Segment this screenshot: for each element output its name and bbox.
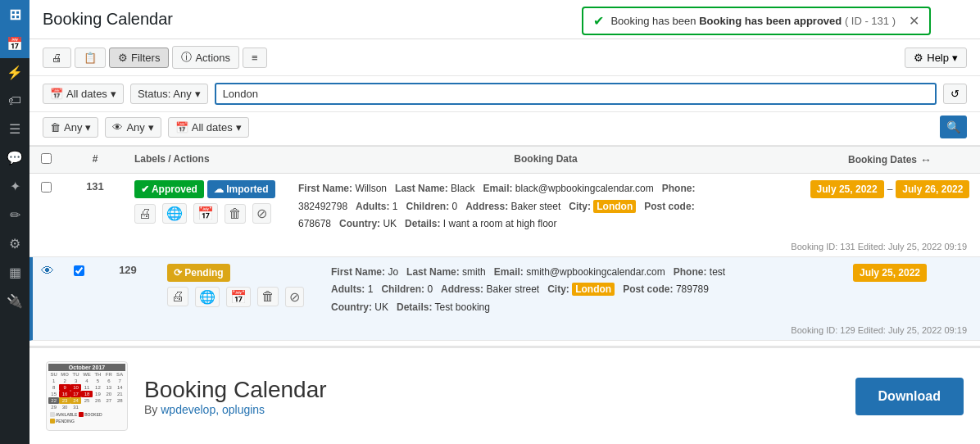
main-content: Booking Calendar ✔ Booking has been Book… (29, 0, 980, 444)
filter-icon: ⚙ (118, 52, 128, 64)
filters-row-2: 🗑 Any ▾ 👁 Any ▾ 📅 All dates ▾ 🔍 (29, 112, 980, 146)
plugin-author-link[interactable]: wpdevelop, oplugins (161, 403, 265, 416)
block-icon-row2[interactable]: ⊘ (285, 287, 304, 307)
print-icon-row2[interactable]: 🖨 (167, 287, 188, 306)
sidebar-item-calendar[interactable]: 📅 (0, 29, 29, 58)
admin-panel: 🖨 📋 ⚙ Filters ⓘ Actions ≡ ⚙ Help ▾ (29, 39, 980, 346)
sidebar-item-settings[interactable]: ⚙ (0, 229, 29, 258)
filters-button[interactable]: ⚙ Filters (109, 48, 169, 68)
print-icon-row1[interactable]: 🖨 (134, 204, 156, 224)
table-header: # Labels / Actions Booking Data Booking … (29, 146, 980, 174)
col-dates-header: Booking Dates ↔ (800, 147, 980, 173)
calendar-icon-row1[interactable]: 📅 (193, 203, 218, 224)
row2-action-icons: 🖨 🌐 📅 🗑 ⊘ (167, 287, 318, 307)
row2-checkbox[interactable] (74, 265, 84, 276)
row1-meta: Booking ID: 131 Edited: July 25, 2022 09… (29, 240, 980, 256)
refresh-icon: ↺ (951, 88, 960, 100)
calendar-icon-2: 📅 (175, 121, 188, 134)
help-button[interactable]: ⚙ Help ▾ (905, 48, 967, 68)
dates2-filter[interactable]: 📅 All dates ▾ (168, 117, 249, 138)
row1-date-end: July 26, 2022 (896, 180, 969, 198)
calendar-icon: 📅 (50, 88, 63, 100)
calendar-icon-row2[interactable]: 📅 (226, 287, 251, 307)
search-icon: 🔍 (946, 120, 960, 134)
col-data-header: Booking Data (292, 147, 800, 173)
plugin-thumbnail: October 2017 SU MO TU WE TH FR SA 1 2 3 … (46, 361, 128, 431)
notification-text: Booking has been Booking has been approv… (610, 15, 896, 27)
trash-icon: 🗑 (50, 121, 61, 134)
row1-checkbox[interactable] (41, 182, 52, 193)
block-icon-row1[interactable]: ⊘ (252, 203, 271, 224)
status-filter[interactable]: Status: Any ▾ (130, 84, 208, 104)
chevron-icon-3: ▾ (236, 121, 242, 134)
chevron-icon-1: ▾ (85, 121, 91, 134)
search-button[interactable]: 🔍 (940, 116, 967, 138)
sliders-icon: ≡ (252, 52, 258, 64)
topbar: Booking Calendar ✔ Booking has been Book… (29, 0, 980, 39)
sidebar: ⊞ 📅 ⚡ 🏷 ☰ 💬 ✦ ✏ ⚙ ▦ 🔌 (0, 0, 29, 444)
sidebar-item-pencil[interactable]: ✏ (0, 201, 29, 229)
download-button[interactable]: Download (855, 378, 964, 415)
col-id-header: # (62, 147, 128, 173)
sidebar-item-dashboard[interactable]: ⚡ (0, 58, 29, 87)
row2-checkbox-cell (62, 257, 95, 324)
delete-icon-row1[interactable]: 🗑 (225, 204, 246, 224)
row1-labels: ✔ Approved ☁ Imported 🖨 🌐 📅 🗑 ⊘ (128, 174, 292, 240)
print-button[interactable]: 🖨 (43, 48, 71, 68)
plugin-info: Booking Calendar By wpdevelop, oplugins (144, 377, 839, 416)
calendar-preview: October 2017 SU MO TU WE TH FR SA 1 2 3 … (47, 362, 127, 430)
trash-filter[interactable]: 🗑 Any ▾ (43, 117, 98, 138)
help-chevron-icon: ▾ (952, 52, 958, 64)
delete-icon-row2[interactable]: 🗑 (257, 287, 279, 306)
actions-button[interactable]: ⓘ Actions (172, 46, 239, 69)
plugin-title: Booking Calendar (144, 377, 839, 403)
col-labels-header: Labels / Actions (128, 147, 292, 173)
sidebar-logo[interactable]: ⊞ (0, 0, 29, 29)
row1-name-line: First Name: Willson Last Name: Black Ema… (298, 180, 793, 198)
bottom-plugin-section: October 2017 SU MO TU WE TH FR SA 1 2 3 … (29, 346, 980, 444)
web-icon-row2[interactable]: 🌐 (195, 287, 220, 307)
print-icon: 🖨 (52, 52, 62, 64)
sidebar-item-tag[interactable]: 🏷 (0, 87, 29, 115)
pending-badge: ⟳ Pending (167, 264, 230, 282)
row2-badges: ⟳ Pending (167, 264, 318, 282)
web-icon-row1[interactable]: 🌐 (162, 203, 187, 224)
row1-data: First Name: Willson Last Name: Black Ema… (292, 174, 800, 240)
circle-icon: ⓘ (181, 50, 192, 65)
notification-bar: ✔ Booking has been Booking has been appr… (582, 7, 931, 35)
row1-dates: July 25, 2022 – July 26, 2022 (800, 174, 980, 240)
dates-filter[interactable]: 📅 All dates ▾ (43, 84, 124, 104)
row1-action-icons: 🖨 🌐 📅 🗑 ⊘ (134, 203, 285, 224)
notification-close-icon[interactable]: ✕ (909, 13, 919, 29)
row2-eye-icon: 👁 (33, 257, 62, 324)
sidebar-item-wand[interactable]: ✦ (0, 172, 29, 201)
row2-details-line: Adults: 1 Children: 0 Address: Baker str… (331, 281, 793, 299)
row2-id: 129 (95, 257, 161, 324)
sidebar-item-blocks[interactable]: ▦ (0, 258, 29, 287)
sidebar-item-comment[interactable]: 💬 (0, 143, 29, 172)
sidebar-item-plugin[interactable]: 🔌 (0, 287, 29, 315)
row1-date-start: July 25, 2022 (810, 180, 884, 198)
approved-badge: ✔ Approved (134, 180, 204, 198)
sidebar-item-list[interactable]: ☰ (0, 115, 29, 143)
refresh-button[interactable]: ↺ (943, 84, 967, 104)
check-icon: ✔ (593, 13, 604, 29)
plugin-author: By wpdevelop, oplugins (144, 403, 839, 416)
table-row: 👁 129 ⟳ Pending 🖨 🌐 📅 🗑 (29, 257, 980, 341)
export-icon: 📋 (84, 52, 97, 64)
search-input[interactable] (215, 83, 937, 105)
row1-date-range: July 25, 2022 – July 26, 2022 (810, 180, 970, 198)
row1-checkbox-cell (29, 174, 62, 240)
row2-name-line: First Name: Jo Last Name: smith Email: s… (331, 264, 793, 282)
row1-id: 131 (62, 174, 128, 240)
select-all-checkbox[interactable] (41, 153, 52, 164)
settings-button[interactable]: ≡ (243, 48, 267, 68)
expand-icon: ↔ (920, 153, 932, 166)
export-button[interactable]: 📋 (75, 48, 106, 68)
toolbar: 🖨 📋 ⚙ Filters ⓘ Actions ≡ ⚙ Help ▾ (29, 39, 980, 76)
row1-address-line: 678678 Country: UK Details: I want a roo… (298, 215, 793, 233)
eye-filter[interactable]: 👁 Any ▾ (105, 117, 161, 138)
row1-badges: ✔ Approved ☁ Imported (134, 180, 285, 198)
imported-badge: ☁ Imported (207, 180, 275, 198)
row2-date-start: July 25, 2022 (853, 264, 927, 282)
